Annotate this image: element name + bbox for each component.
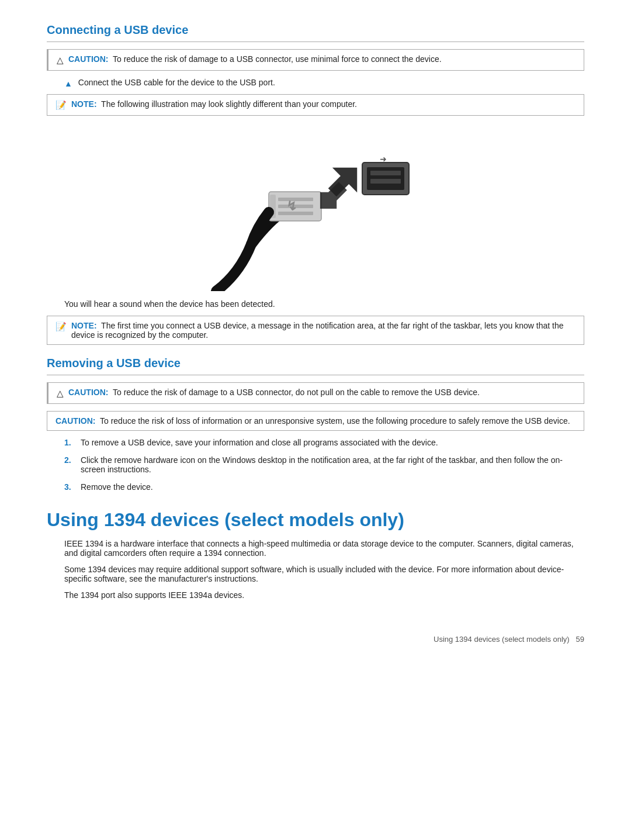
connecting-caution-text: CAUTION: To reduce the risk of damage to… [68, 54, 442, 64]
removing-step-3: 3. Remove the device. [64, 482, 584, 492]
connecting-note2-text: NOTE: The first time you connect a USB d… [71, 321, 575, 340]
connecting-caution-box: △ CAUTION: To reduce the risk of damage … [47, 49, 584, 71]
step3-num: 3. [64, 482, 75, 492]
removing-heading: Removing a USB device [47, 357, 584, 370]
connecting-divider [47, 42, 584, 42]
usb-illustration: ➜ ↯ [47, 127, 584, 291]
removing-caution2-box: CAUTION: To reduce the risk of loss of i… [47, 411, 584, 431]
caution-triangle-icon: △ [57, 55, 64, 65]
removing-caution1-text: CAUTION: To reduce the risk of damage to… [68, 388, 480, 397]
page-footer: Using 1394 devices (select models only) … [47, 635, 584, 644]
removing-caution1-box: △ CAUTION: To reduce the risk of damage … [47, 382, 584, 404]
usb-svg: ➜ ↯ [193, 127, 438, 291]
removing-step-1: 1. To remove a USB device, save your inf… [64, 438, 584, 447]
removing-step-2: 2. Click the remove hardware icon on the… [64, 455, 584, 474]
removing-divider [47, 375, 584, 375]
footer-text: Using 1394 devices (select models only) … [434, 635, 584, 644]
svg-text:➜: ➜ [380, 154, 387, 164]
connecting-caution-label: CAUTION: [68, 54, 108, 64]
step1-num: 1. [64, 438, 75, 447]
connecting-note2-label: NOTE: [71, 321, 97, 330]
removing-steps-list: 1. To remove a USB device, save your inf… [64, 438, 584, 492]
connecting-note1-label: NOTE: [71, 99, 97, 109]
step1-text: To remove a USB device, save your inform… [81, 438, 438, 447]
connecting-step-text: Connect the USB cable for the device to … [78, 78, 275, 87]
svg-rect-4 [370, 179, 401, 184]
step2-text: Click the remove hardware icon on the Wi… [81, 455, 584, 474]
ieee-heading: Using 1394 devices (select models only) [47, 509, 584, 531]
connecting-note1-text: NOTE: The following illustration may loo… [71, 99, 357, 109]
removing-caution1-icon: △ [57, 388, 64, 399]
svg-rect-2 [367, 167, 404, 190]
connecting-note1-box: 📝 NOTE: The following illustration may l… [47, 94, 584, 116]
ieee-para1: IEEE 1394 is a hardware interface that c… [64, 539, 584, 558]
svg-rect-3 [370, 171, 401, 175]
connecting-bullet-step: ▲ Connect the USB cable for the device t… [64, 78, 584, 88]
step3-text: Remove the device. [81, 482, 153, 492]
connecting-heading: Connecting a USB device [47, 23, 584, 37]
sound-detected-text: You will hear a sound when the device ha… [64, 299, 584, 309]
step2-num: 2. [64, 455, 75, 465]
note2-icon: 📝 [56, 322, 67, 332]
ieee-para3: The 1394 port also supports IEEE 1394a d… [64, 590, 584, 600]
connecting-note2-box: 📝 NOTE: The first time you connect a USB… [47, 316, 584, 345]
ieee-para2: Some 1394 devices may require additional… [64, 565, 584, 583]
svg-text:↯: ↯ [286, 199, 297, 213]
removing-caution2-label: CAUTION: [56, 416, 95, 426]
removing-caution1-label: CAUTION: [68, 388, 108, 397]
note1-icon: 📝 [56, 100, 67, 110]
removing-caution2-text: CAUTION: To reduce the risk of loss of i… [56, 416, 570, 426]
bullet-triangle-icon: ▲ [64, 79, 72, 88]
